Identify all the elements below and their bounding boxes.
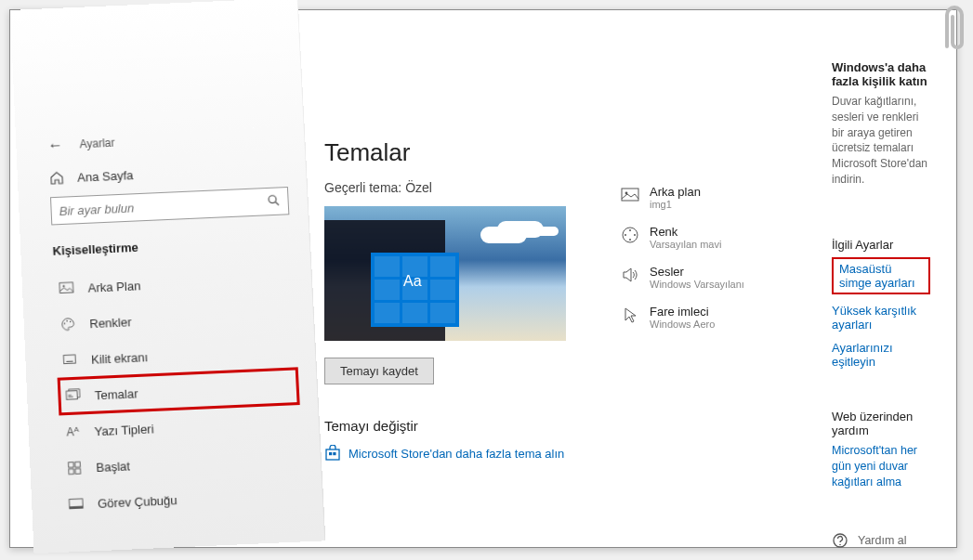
home-icon — [49, 170, 65, 186]
save-theme-button[interactable]: Temayı kaydet — [324, 358, 434, 384]
svg-point-5 — [66, 320, 68, 322]
related-settings-title: İlgili Ayarlar — [832, 238, 930, 252]
help-icon — [832, 532, 848, 549]
fonts-icon: AA — [64, 425, 82, 439]
color-icon — [620, 225, 640, 245]
store-link[interactable]: Microsoft Store'dan daha fazla tema alın — [324, 445, 594, 462]
web-help-title: Web üzerinden yardım — [832, 410, 930, 437]
taskbar-icon — [67, 496, 85, 512]
home-label: Ana Sayfa — [77, 168, 134, 185]
prop-label: Arka plan — [650, 185, 701, 199]
preview-start-tiles — [371, 253, 459, 327]
svg-rect-16 — [326, 449, 339, 460]
footer-links: Yardım al Geri bildirimde bulunun — [832, 532, 930, 560]
get-help-label: Yardım al — [858, 534, 907, 547]
svg-rect-13 — [75, 469, 81, 475]
change-theme-title: Temayı değiştir — [324, 418, 594, 434]
prop-value: Varsayılan mavi — [650, 239, 721, 250]
svg-rect-9 — [66, 391, 77, 400]
paperclip-decoration — [940, 2, 966, 58]
svg-rect-18 — [333, 452, 335, 455]
start-icon — [66, 460, 84, 475]
link-sync-settings[interactable]: Ayarlarınızı eşitleyin — [832, 341, 930, 369]
prop-value: Windows Aero — [650, 319, 715, 330]
link-daily-wallpaper[interactable]: Microsoft'tan her gün yeni duvar kağıtla… — [832, 443, 930, 490]
svg-point-23 — [634, 234, 636, 236]
svg-point-22 — [629, 229, 631, 231]
prop-label: Sesler — [650, 265, 744, 279]
current-theme-prefix: Geçerli tema: — [324, 180, 401, 195]
prop-value: img1 — [650, 199, 701, 210]
main-content: Temalar Geçerli tema: Özel Aa Temayı kay… — [298, 10, 956, 547]
right-column: Windows'a daha fazla kişilik katın Duvar… — [832, 36, 930, 547]
sidebar-item-label: Yazı Tipleri — [94, 422, 154, 438]
svg-point-6 — [70, 321, 72, 323]
link-desktop-icon-settings[interactable]: Masaüstü simge ayarları — [832, 257, 930, 294]
promo-title: Windows'a daha fazla kişilik katın — [832, 60, 930, 88]
svg-rect-19 — [622, 189, 638, 201]
svg-rect-12 — [69, 469, 74, 475]
background-icon — [620, 185, 640, 205]
prop-cursor[interactable]: Fare imleci Windows Aero — [620, 305, 806, 330]
themes-icon — [64, 388, 82, 404]
home-row[interactable]: Ana Sayfa — [49, 161, 288, 186]
prop-sounds[interactable]: Sesler Windows Varsayılanı — [620, 265, 806, 290]
prop-label: Fare imleci — [650, 305, 715, 319]
cloud-decoration — [497, 221, 544, 238]
cursor-icon — [620, 305, 640, 325]
theme-preview[interactable]: Aa — [324, 206, 566, 341]
link-high-contrast[interactable]: Yüksek karşıtlık ayarları — [832, 304, 930, 332]
page-title: Temalar — [324, 138, 594, 167]
svg-point-24 — [629, 239, 631, 241]
back-arrow-icon: ← — [47, 137, 63, 154]
back-row[interactable]: ← Ayarlar — [47, 127, 285, 154]
sidebar-item-label: Kilit ekranı — [91, 349, 149, 366]
theme-properties: Arka plan img1 Renk Varsayılan mavi Sesl… — [620, 185, 806, 547]
svg-point-0 — [269, 195, 276, 202]
svg-rect-10 — [69, 462, 74, 468]
sidebar-section-title: Kişiselleştirme — [52, 233, 291, 257]
prop-color[interactable]: Renk Varsayılan mavi — [620, 225, 806, 250]
svg-rect-8 — [66, 361, 72, 362]
sidebar-item-label: Görev Çubuğu — [98, 492, 178, 510]
promo-text: Duvar kağıtlarını, sesleri ve renkleri b… — [832, 94, 930, 188]
lockscreen-icon — [60, 352, 78, 368]
store-link-text: Microsoft Store'dan daha fazla tema alın — [348, 447, 564, 461]
svg-point-25 — [625, 234, 626, 236]
svg-line-1 — [275, 202, 279, 205]
search-icon — [267, 193, 281, 210]
svg-rect-2 — [59, 282, 73, 293]
svg-point-3 — [63, 285, 65, 287]
current-theme-value: Özel — [405, 180, 432, 195]
sidebar-item-label: Temalar — [95, 386, 138, 402]
store-icon — [324, 445, 341, 462]
theme-column: Temalar Geçerli tema: Özel Aa Temayı kay… — [324, 36, 594, 547]
sidebar-item-label: Arka Plan — [87, 279, 140, 295]
svg-rect-17 — [329, 452, 332, 455]
back-label: Ayarlar — [79, 137, 115, 151]
settings-window: ← Ayarlar Ana Sayfa Kişiselleştirme Arka… — [9, 9, 957, 548]
search-box[interactable] — [50, 187, 289, 225]
sidebar-item-label: Renkler — [89, 315, 132, 331]
svg-point-27 — [839, 544, 841, 546]
preview-aa-text: Aa — [403, 273, 422, 290]
palette-icon — [59, 317, 77, 332]
sound-icon — [620, 265, 640, 285]
current-theme: Geçerli tema: Özel — [324, 180, 594, 195]
sidebar: ← Ayarlar Ana Sayfa Kişiselleştirme Arka… — [10, 0, 325, 553]
prop-value: Windows Varsayılanı — [650, 279, 744, 290]
get-help-row[interactable]: Yardım al — [832, 532, 930, 549]
prop-background[interactable]: Arka plan img1 — [620, 185, 806, 210]
svg-point-4 — [64, 323, 66, 325]
svg-rect-11 — [75, 462, 81, 467]
svg-rect-7 — [63, 355, 75, 364]
image-icon — [58, 280, 75, 296]
prop-label: Renk — [650, 225, 721, 239]
sidebar-item-label: Başlat — [96, 459, 130, 475]
search-input[interactable] — [59, 195, 268, 218]
